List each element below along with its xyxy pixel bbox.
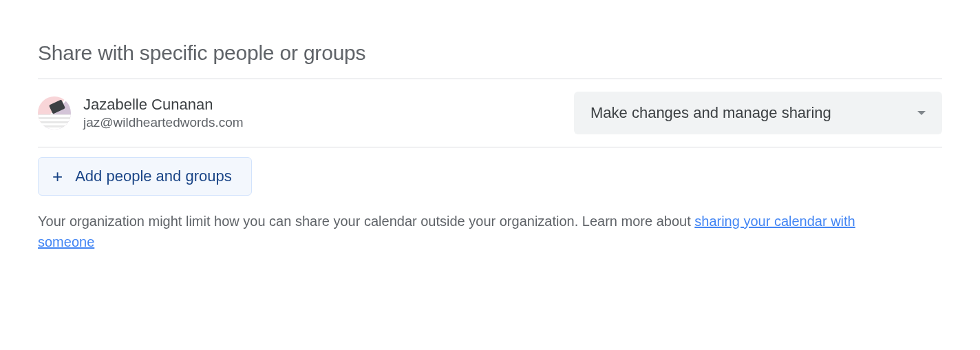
person-row: Jazabelle Cunanan jaz@wildheartedwords.c…	[38, 79, 942, 147]
avatar	[38, 96, 71, 130]
person-info: Jazabelle Cunanan jaz@wildheartedwords.c…	[83, 96, 562, 130]
section-title: Share with specific people or groups	[38, 41, 942, 65]
add-button-label: Add people and groups	[75, 167, 232, 185]
info-text-body: Your organization might limit how you ca…	[38, 214, 694, 229]
add-people-button[interactable]: + Add people and groups	[38, 157, 252, 196]
permission-select[interactable]: Make changes and manage sharing	[574, 92, 942, 134]
divider-bottom	[38, 147, 942, 147]
person-email: jaz@wildheartedwords.com	[83, 115, 562, 130]
permission-label: Make changes and manage sharing	[590, 104, 831, 122]
person-name: Jazabelle Cunanan	[83, 96, 562, 114]
info-text: Your organization might limit how you ca…	[38, 211, 864, 252]
chevron-down-icon	[917, 111, 926, 115]
plus-icon: +	[52, 167, 63, 185]
